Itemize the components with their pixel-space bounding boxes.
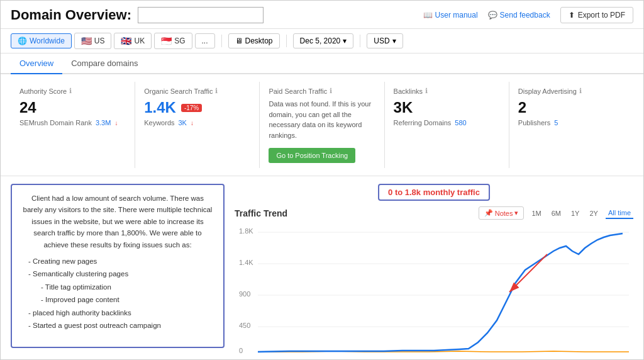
header: Domain Overview: 📖 User manual 💬 Send fe… bbox=[1, 1, 643, 29]
organic-badge: -17% bbox=[181, 104, 202, 112]
desktop-icon: 🖥 bbox=[235, 37, 243, 45]
metric-paid: Paid Search Traffic ℹ Data was not found… bbox=[260, 82, 384, 168]
worldwide-btn[interactable]: 🌐 Worldwide bbox=[11, 33, 72, 48]
backlinks-value: 3K bbox=[394, 99, 500, 116]
metric-backlinks: Backlinks ℹ 3K Referring Domains 580 bbox=[385, 82, 509, 168]
backlinks-label: Backlinks ℹ bbox=[394, 87, 500, 95]
chart-controls: 📌 Notes ▾ 1M 6M 1Y 2Y All time bbox=[479, 206, 633, 220]
time-1y-btn[interactable]: 1Y bbox=[569, 208, 582, 218]
paid-label: Paid Search Traffic ℹ bbox=[269, 87, 375, 95]
send-feedback-link[interactable]: 💬 Send feedback bbox=[488, 11, 550, 20]
book-icon: 📖 bbox=[423, 11, 433, 20]
notes-button[interactable]: 📌 Notes ▾ bbox=[479, 206, 525, 220]
uk-flag: 🇬🇧 bbox=[121, 36, 131, 46]
chart-svg-container: 1.8K 1.4K 900 450 0 bbox=[235, 226, 633, 358]
svg-text:900: 900 bbox=[239, 290, 250, 298]
date-dropdown[interactable]: Dec 5, 2020 ▾ bbox=[293, 33, 354, 48]
info-icon2: ℹ bbox=[215, 87, 218, 95]
divider bbox=[221, 35, 222, 47]
sg-flag: 🇸🇬 bbox=[161, 36, 172, 46]
svg-text:1.4K: 1.4K bbox=[239, 259, 253, 266]
user-manual-link[interactable]: 📖 User manual bbox=[423, 11, 478, 20]
upload-icon: ⬆ bbox=[569, 11, 575, 20]
organic-value: 1.4K bbox=[144, 99, 176, 116]
page-title: Domain Overview: bbox=[11, 7, 131, 23]
authority-sub: SEMrush Domain Rank 3.3M ↓ bbox=[19, 119, 126, 127]
info-icon4: ℹ bbox=[425, 87, 428, 95]
authority-label: Authority Score ℹ bbox=[19, 87, 126, 95]
info-icon5: ℹ bbox=[579, 87, 582, 95]
svg-text:450: 450 bbox=[239, 322, 250, 329]
uk-btn[interactable]: 🇬🇧 UK bbox=[114, 33, 152, 49]
header-right: 📖 User manual 💬 Send feedback ⬆ Export t… bbox=[423, 7, 633, 23]
metric-organic: Organic Search Traffic ℹ 1.4K -17% Keywo… bbox=[135, 82, 260, 168]
callout-box: 0 to 1.8k monthly traffic bbox=[378, 184, 490, 201]
tab-compare[interactable]: Compare domains bbox=[62, 53, 147, 74]
annotation-box: Client had a low amount of search volume… bbox=[11, 184, 225, 348]
metric-authority: Authority Score ℹ 24 SEMrush Domain Rank… bbox=[11, 82, 135, 168]
list-item: placed high authority backlinks bbox=[28, 307, 213, 318]
currency-dropdown[interactable]: USD ▾ bbox=[367, 33, 402, 48]
organic-sub: Keywords 3K ↓ bbox=[144, 119, 250, 127]
divider2 bbox=[286, 35, 287, 47]
bottom-section: Client had a low amount of search volume… bbox=[1, 176, 643, 356]
tabs-bar: Overview Compare domains bbox=[1, 53, 643, 74]
time-6m-btn[interactable]: 6M bbox=[549, 208, 564, 218]
list-item: Title tag optimization bbox=[28, 281, 213, 293]
chevron-down-icon3: ▾ bbox=[514, 209, 518, 217]
us-btn[interactable]: 🇺🇸 US bbox=[74, 33, 112, 49]
display-label: Display Advertising ℹ bbox=[518, 87, 625, 95]
tab-overview[interactable]: Overview bbox=[11, 53, 62, 74]
svg-text:0: 0 bbox=[239, 347, 243, 354]
info-icon3: ℹ bbox=[330, 87, 332, 95]
annotation-list: Creating new pages Semantically clusteri… bbox=[22, 256, 213, 331]
backlinks-sub: Referring Domains 580 bbox=[394, 119, 500, 127]
main-window: Domain Overview: 📖 User manual 💬 Send fe… bbox=[0, 0, 644, 360]
chart-header: Traffic Trend 📌 Notes ▾ 1M 6M 1Y 2Y All … bbox=[235, 206, 633, 220]
chat-icon: 💬 bbox=[488, 11, 497, 20]
globe-icon: 🌐 bbox=[18, 37, 27, 45]
export-pdf-button[interactable]: ⬆ Export to PDF bbox=[560, 7, 633, 23]
header-left: Domain Overview: bbox=[11, 7, 264, 23]
info-icon: ℹ bbox=[69, 87, 72, 95]
metrics-row: Authority Score ℹ 24 SEMrush Domain Rank… bbox=[1, 74, 643, 176]
organic-arrow-icon: ↓ bbox=[191, 120, 194, 127]
domain-input[interactable] bbox=[138, 7, 264, 23]
display-sub: Publishers 5 bbox=[518, 119, 625, 127]
arrow-down-icon: ↓ bbox=[114, 120, 118, 127]
more-btn[interactable]: ... bbox=[195, 33, 215, 48]
metric-display: Display Advertising ℹ 2 Publishers 5 bbox=[509, 82, 633, 168]
chevron-down-icon: ▾ bbox=[343, 37, 347, 45]
go-position-tracking-button[interactable]: Go to Position Tracking bbox=[269, 148, 355, 163]
list-item: Improved page content bbox=[28, 294, 213, 305]
filter-bar: 🌐 Worldwide 🇺🇸 US 🇬🇧 UK 🇸🇬 SG ... 🖥 Desk… bbox=[1, 29, 643, 53]
traffic-chart: 1.8K 1.4K 900 450 0 bbox=[235, 226, 633, 358]
divider3 bbox=[360, 35, 360, 47]
chart-title: Traffic Trend bbox=[235, 208, 287, 218]
organic-label: Organic Search Traffic ℹ bbox=[144, 87, 250, 95]
authority-value: 24 bbox=[19, 99, 126, 116]
paid-text: Data was not found. If this is your doma… bbox=[269, 99, 375, 140]
svg-line-10 bbox=[509, 254, 547, 292]
us-flag: 🇺🇸 bbox=[81, 36, 92, 46]
time-alltime-btn[interactable]: All time bbox=[606, 208, 633, 219]
chevron-down-icon2: ▾ bbox=[392, 37, 396, 45]
display-value: 2 bbox=[518, 99, 625, 116]
list-item: Semantically clustering pages bbox=[28, 268, 213, 279]
time-2y-btn[interactable]: 2Y bbox=[587, 208, 600, 218]
sg-btn[interactable]: 🇸🇬 SG bbox=[154, 33, 192, 49]
device-dropdown[interactable]: 🖥 Desktop bbox=[228, 33, 280, 48]
chart-area: 0 to 1.8k monthly traffic Traffic Trend … bbox=[235, 184, 633, 348]
pin-icon: 📌 bbox=[484, 209, 493, 217]
annotation-text: Client had a low amount of search volume… bbox=[22, 193, 213, 250]
list-item: Started a guest post outreach campaign bbox=[28, 320, 213, 331]
time-1m-btn[interactable]: 1M bbox=[529, 208, 543, 218]
svg-text:1.8K: 1.8K bbox=[239, 227, 253, 235]
list-item: Creating new pages bbox=[28, 256, 213, 267]
